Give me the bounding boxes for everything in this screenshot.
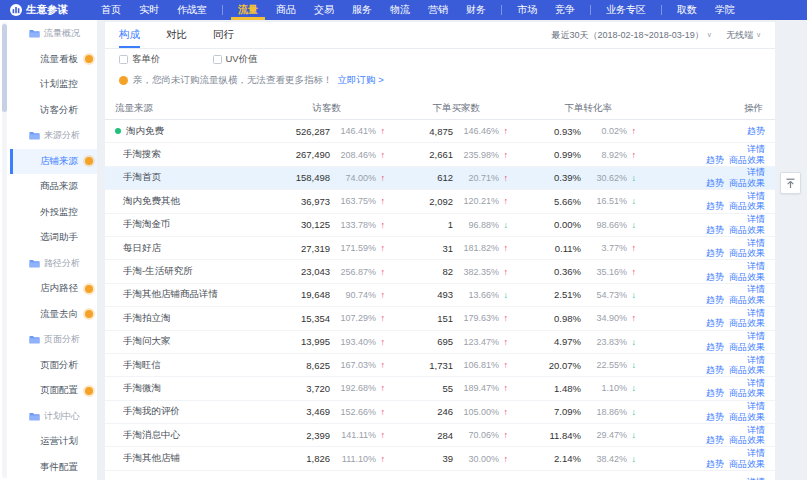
metric-checkbox-1[interactable]: UV价值: [213, 53, 258, 66]
sidebar-item-in-shop-path[interactable]: 店内路径: [10, 276, 97, 302]
sidebar-item-traffic-destination[interactable]: 流量去向: [10, 302, 97, 328]
nav-item-service[interactable]: 服务: [343, 0, 381, 20]
buyers-cell: 2,661235.98%↑: [385, 149, 508, 160]
trend-link[interactable]: 趋势: [706, 435, 724, 446]
sidebar-scrollbar-thumb[interactable]: [2, 24, 7, 112]
trend-link[interactable]: 趋势: [706, 412, 724, 423]
product-effect-link[interactable]: 商品效果: [729, 342, 765, 353]
tab-compare[interactable]: 对比: [166, 22, 187, 48]
nav-item-marketing[interactable]: 营销: [419, 0, 457, 20]
metric-checkbox-0[interactable]: 客单价: [119, 53, 161, 66]
folder-icon: [29, 131, 40, 140]
trend-link[interactable]: 趋势: [747, 126, 765, 137]
sidebar-item-product-source[interactable]: 商品来源: [10, 174, 97, 200]
tab-composition[interactable]: 构成: [119, 22, 140, 48]
nav-item-realtime[interactable]: 实时: [130, 0, 168, 20]
nav-item-business-zone[interactable]: 业务专区: [597, 0, 655, 20]
sidebar-item-page-config[interactable]: 页面配置: [10, 378, 97, 404]
product-effect-link[interactable]: 商品效果: [729, 272, 765, 283]
product-effect-link[interactable]: 商品效果: [729, 435, 765, 446]
product-effect-link[interactable]: 商品效果: [729, 459, 765, 470]
sidebar-item-event-config[interactable]: 事件配置: [10, 455, 97, 480]
product-effect-link[interactable]: 商品效果: [729, 155, 765, 166]
up-arrow-icon: ↑: [499, 337, 508, 347]
product-effect-link[interactable]: 商品效果: [729, 201, 765, 212]
detail-link[interactable]: 详情: [747, 191, 765, 202]
trend-link[interactable]: 趋势: [706, 295, 724, 306]
detail-link[interactable]: 详情: [747, 308, 765, 319]
date-range-picker[interactable]: 最近30天（2018-02-18~2018-03-19） ∨: [551, 29, 711, 42]
product-effect-link[interactable]: 商品效果: [729, 248, 765, 259]
value: 151: [385, 313, 453, 324]
detail-link[interactable]: 详情: [747, 378, 765, 389]
buyers-cell: 28470.06%↑: [385, 430, 508, 441]
product-effect-link[interactable]: 商品效果: [729, 412, 765, 423]
checkbox[interactable]: [119, 55, 128, 64]
trend-link[interactable]: 趋势: [706, 272, 724, 283]
product-effect-link[interactable]: 商品效果: [729, 295, 765, 306]
trend-link[interactable]: 趋势: [706, 365, 724, 376]
sidebar-item-word-helper[interactable]: 选词助手: [10, 225, 97, 251]
notification-dot: [85, 157, 93, 165]
nav-item-competition[interactable]: 竞争: [546, 0, 584, 20]
nav-item-academy[interactable]: 学院: [706, 0, 744, 20]
trend-link[interactable]: 趋势: [706, 248, 724, 259]
detail-link[interactable]: 详情: [747, 167, 765, 178]
nav-item-product[interactable]: 商品: [267, 0, 305, 20]
sidebar-item-label: 流量概况: [44, 27, 80, 40]
detail-link[interactable]: 详情: [747, 355, 765, 366]
nav-item-trade[interactable]: 交易: [305, 0, 343, 20]
sidebar-item-plan-monitor[interactable]: 计划监控: [10, 72, 97, 98]
detail-link[interactable]: 详情: [747, 144, 765, 155]
detail-link[interactable]: 详情: [747, 284, 765, 295]
product-effect-link[interactable]: 商品效果: [729, 318, 765, 329]
sidebar-item-shop-source[interactable]: 店铺来源: [10, 149, 97, 175]
sidebar-item-page-analysis[interactable]: 页面分析: [10, 353, 97, 379]
sidebar-item-external-monitor[interactable]: 外投监控: [10, 200, 97, 226]
trend-link[interactable]: 趋势: [706, 388, 724, 399]
detail-link[interactable]: 详情: [747, 448, 765, 459]
conversion-cell: 0.39%30.62%↓: [508, 172, 636, 183]
trend-link[interactable]: 趋势: [706, 201, 724, 212]
tab-peers[interactable]: 同行: [213, 22, 234, 48]
product-effect-link[interactable]: 商品效果: [729, 388, 765, 399]
trend-link[interactable]: 趋势: [706, 225, 724, 236]
checkbox[interactable]: [213, 55, 222, 64]
trend-link[interactable]: 趋势: [706, 178, 724, 189]
trend-link[interactable]: 趋势: [706, 459, 724, 470]
sidebar-item-operation-plan[interactable]: 运营计划: [10, 429, 97, 455]
brand[interactable]: 生意参谋: [10, 0, 68, 20]
visitors-cell: 1,826111.10%↑: [282, 453, 385, 464]
sidebar-item-label: 事件配置: [40, 461, 78, 474]
detail-link[interactable]: 详情: [747, 238, 765, 249]
trend-link[interactable]: 趋势: [706, 318, 724, 329]
trend-link[interactable]: 趋势: [706, 342, 724, 353]
subscribe-link[interactable]: 立即订购 >: [338, 74, 384, 87]
up-arrow-icon: ↑: [627, 313, 636, 323]
nav-item-war-room[interactable]: 作战室: [168, 0, 216, 20]
product-effect-link[interactable]: 商品效果: [729, 225, 765, 236]
back-to-top-button[interactable]: [780, 172, 801, 194]
sidebar-item-visitor-analysis[interactable]: 访客分析: [10, 98, 97, 124]
nav-item-home[interactable]: 首页: [92, 0, 130, 20]
sidebar-section-plan-center: 计划中心: [10, 404, 97, 430]
detail-link[interactable]: 详情: [747, 401, 765, 412]
traffic-source-table: 流量来源访客数下单买家数下单转化率操作 淘内免费526,287146.41%↑4…: [105, 97, 775, 480]
nav-item-data-extract[interactable]: 取数: [668, 0, 706, 20]
detail-link[interactable]: 详情: [747, 261, 765, 272]
nav-item-logistics[interactable]: 物流: [381, 0, 419, 20]
detail-link[interactable]: 详情: [747, 331, 765, 342]
detail-link[interactable]: 详情: [747, 425, 765, 436]
trend-link[interactable]: 趋势: [706, 155, 724, 166]
nav-item-market[interactable]: 市场: [508, 0, 546, 20]
nav-item-traffic[interactable]: 流量: [229, 0, 267, 20]
detail-link[interactable]: 详情: [747, 214, 765, 225]
terminal-select[interactable]: 无线端 ∨: [726, 29, 761, 42]
nav-item-finance[interactable]: 财务: [457, 0, 495, 20]
sidebar-item-traffic-dashboard[interactable]: 流量看板: [10, 47, 97, 73]
value: 526,287: [282, 126, 330, 137]
product-effect-link[interactable]: 商品效果: [729, 178, 765, 189]
table-row: 每日好店27,319171.59%↑31181.82%↑0.11%3.77%↑详…: [105, 237, 775, 260]
product-effect-link[interactable]: 商品效果: [729, 365, 765, 376]
action-links: 趋势商品效果: [706, 225, 765, 236]
